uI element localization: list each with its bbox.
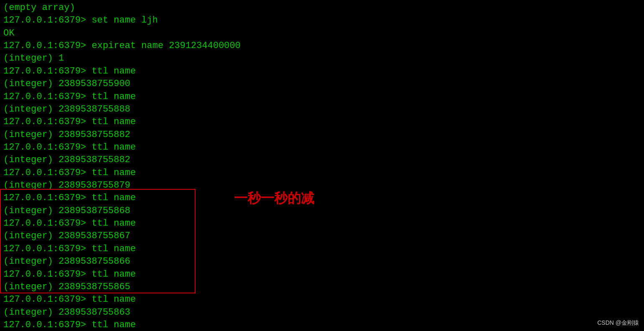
terminal-line: (integer) 2389538755868 bbox=[3, 205, 641, 217]
terminal-line: (integer) 2389538755879 bbox=[3, 179, 641, 192]
terminal-line: 127.0.0.1:6379> ttl name bbox=[3, 319, 641, 331]
terminal-line: 127.0.0.1:6379> ttl name bbox=[3, 293, 641, 306]
terminal-line: OK bbox=[3, 27, 641, 40]
terminal-line: 127.0.0.1:6379> ttl name bbox=[3, 167, 641, 179]
terminal-line: 127.0.0.1:6379> ttl name bbox=[3, 243, 641, 255]
terminal-line: (integer) 2389538755865 bbox=[3, 281, 641, 293]
terminal-line: (empty array) bbox=[3, 2, 641, 14]
terminal-line: 127.0.0.1:6379> set name ljh bbox=[3, 14, 641, 27]
terminal-line: 127.0.0.1:6379> ttl name bbox=[3, 141, 641, 154]
watermark: CSDN @金刚猿 bbox=[597, 319, 639, 327]
terminal-line: (integer) 2389538755900 bbox=[3, 78, 641, 90]
terminal-line: 127.0.0.1:6379> ttl name bbox=[3, 192, 641, 204]
terminal-line: (integer) 2389538755867 bbox=[3, 230, 641, 242]
terminal: (empty array)127.0.0.1:6379> set name lj… bbox=[0, 0, 644, 331]
terminal-line: (integer) 2389538755866 bbox=[3, 255, 641, 268]
terminal-line: (integer) 2389538755882 bbox=[3, 129, 641, 141]
terminal-line: 127.0.0.1:6379> ttl name bbox=[3, 116, 641, 128]
terminal-line: 127.0.0.1:6379> expireat name 2391234400… bbox=[3, 40, 641, 52]
terminal-line: 127.0.0.1:6379> ttl name bbox=[3, 91, 641, 103]
terminal-line: 127.0.0.1:6379> ttl name bbox=[3, 65, 641, 78]
terminal-line: 127.0.0.1:6379> ttl name bbox=[3, 268, 641, 281]
terminal-line: (integer) 2389538755863 bbox=[3, 306, 641, 319]
terminal-line: (integer) 2389538755888 bbox=[3, 103, 641, 116]
terminal-line: 127.0.0.1:6379> ttl name bbox=[3, 217, 641, 230]
terminal-line: (integer) 1 bbox=[3, 52, 641, 65]
terminal-line: (integer) 2389538755882 bbox=[3, 154, 641, 166]
